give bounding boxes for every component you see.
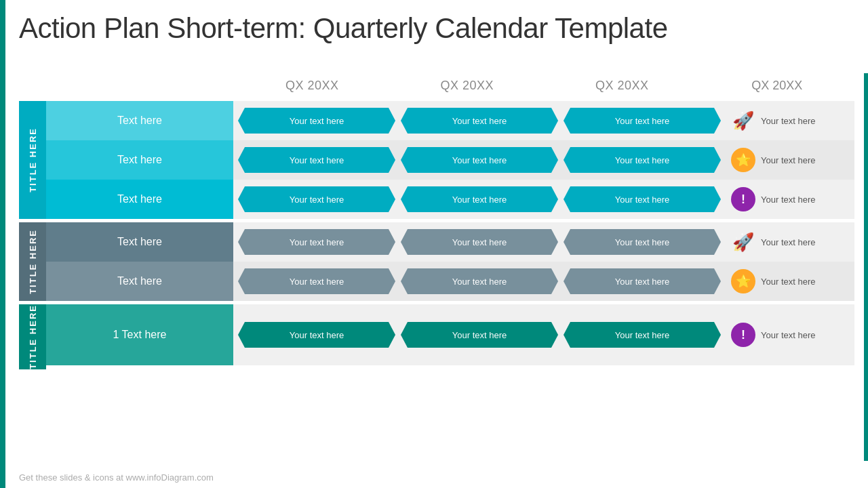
section-3-label: Title Here — [28, 304, 38, 369]
icon-cell-2-2: ⭐ Your text here — [726, 269, 854, 293]
q-cells-2-1: Your text here Your text here Your text … — [233, 224, 726, 260]
q-cell: Your text here — [238, 229, 395, 255]
section-2-rows: Text here Your text here Your text here … — [46, 222, 854, 301]
left-accent — [0, 0, 5, 488]
table-row: Text here Your text here Your text here … — [46, 262, 854, 301]
q-cell: Your text here — [238, 268, 395, 294]
table-row: 1 Text here Your text here Your text her… — [46, 304, 854, 365]
section-1: Title Here Text here Your text here Your… — [19, 101, 854, 219]
q-cell: Your text here — [401, 322, 558, 348]
icon-text-3-1: Your text here — [761, 330, 815, 340]
table-row: Text here Your text here Your text here … — [46, 180, 854, 219]
q-cells-1-3: Your text here Your text here Your text … — [233, 181, 726, 218]
q-cells-3-1: Your text here Your text here Your text … — [233, 317, 726, 353]
table-row: Text here Your text here Your text here … — [46, 101, 854, 140]
q-cells-2-2: Your text here Your text here Your text … — [233, 263, 726, 300]
rocket-icon: 🚀 — [731, 108, 755, 133]
row-title-1-3: Text here — [46, 180, 233, 219]
q-header-3: QX 20XX — [545, 73, 700, 101]
q-header-4: QX 20XX — [700, 73, 855, 101]
row-title-2-2: Text here — [46, 262, 233, 301]
table-row: Text here Your text here Your text here … — [46, 222, 854, 262]
q-cell: Your text here — [401, 108, 558, 134]
right-accent — [864, 73, 868, 461]
star-icon: ⭐ — [731, 269, 755, 293]
icon-text-1-2: Your text here — [761, 155, 815, 165]
table-area: QX 20XX QX 20XX QX 20XX QX 20XX Title He… — [19, 73, 854, 455]
title-area: Action Plan Short-term: Quarterly Calend… — [19, 12, 854, 45]
q-header-1: QX 20XX — [235, 73, 390, 101]
q-cell: Your text here — [564, 108, 721, 134]
q-cell: Your text here — [564, 229, 721, 255]
icon-cell-2-1: 🚀 Your text here — [726, 230, 854, 254]
section-1-rows: Text here Your text here Your text here … — [46, 101, 854, 219]
footer-text: Get these slides & icons at www.infoDiag… — [19, 472, 214, 483]
row-title-1-2: Text here — [46, 140, 233, 180]
main-title: Action Plan Short-term: Quarterly Calend… — [19, 12, 854, 45]
icon-text-2-1: Your text here — [761, 237, 815, 247]
table-row: Text here Your text here Your text here … — [46, 140, 854, 180]
quarter-headers-row: QX 20XX QX 20XX QX 20XX QX 20XX — [235, 73, 854, 101]
q-cell: Your text here — [564, 186, 721, 212]
section-2: Title Here Text here Your text here Your… — [19, 222, 854, 301]
section-2-label: Title Here — [28, 229, 38, 294]
q-cell: Your text here — [238, 108, 395, 134]
section-1-label: Title Here — [28, 127, 38, 192]
q-cell: Your text here — [401, 229, 558, 255]
section-1-side: Title Here — [19, 101, 46, 219]
footer: Get these slides & icons at www.infoDiag… — [19, 472, 854, 483]
q-header-2: QX 20XX — [390, 73, 545, 101]
icon-cell-3-1: ! Your text here — [726, 323, 854, 347]
slide: Action Plan Short-term: Quarterly Calend… — [0, 0, 868, 488]
q-cell: Your text here — [401, 268, 558, 294]
icon-text-2-2: Your text here — [761, 277, 815, 287]
q-cell: Your text here — [564, 147, 721, 173]
icon-text-1-3: Your text here — [761, 195, 815, 205]
q-cell: Your text here — [564, 268, 721, 294]
star-icon: ⭐ — [731, 148, 755, 172]
q-cell: Your text here — [238, 322, 395, 348]
section-3-side: Title Here — [19, 304, 46, 369]
q-cell: Your text here — [238, 147, 395, 173]
section-3: Title Here 1 Text here Your text here Yo… — [19, 304, 854, 369]
icon-cell-1-3: ! Your text here — [726, 187, 854, 211]
q-cell: Your text here — [238, 186, 395, 212]
section-3-rows: 1 Text here Your text here Your text her… — [46, 304, 854, 369]
exclaim-icon: ! — [731, 187, 755, 211]
icon-text-1-1: Your text here — [761, 116, 815, 126]
section-2-side: Title Here — [19, 222, 46, 301]
q-cell: Your text here — [564, 322, 721, 348]
q-cell: Your text here — [401, 186, 558, 212]
row-title-3-1: 1 Text here — [46, 304, 233, 365]
q-cells-1-1: Your text here Your text here Your text … — [233, 102, 726, 139]
icon-cell-1-1: 🚀 Your text here — [726, 108, 854, 133]
row-title-2-1: Text here — [46, 222, 233, 262]
icon-cell-1-2: ⭐ Your text here — [726, 148, 854, 172]
q-cell: Your text here — [401, 147, 558, 173]
row-title-1-1: Text here — [46, 101, 233, 140]
rocket-icon: 🚀 — [731, 230, 755, 254]
exclaim-icon: ! — [731, 323, 755, 347]
q-cells-1-2: Your text here Your text here Your text … — [233, 142, 726, 178]
